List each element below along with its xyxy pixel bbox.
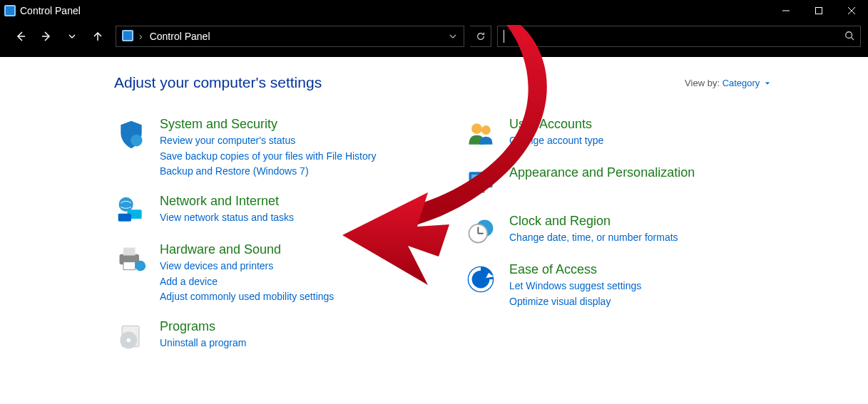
- address-icon: [122, 30, 133, 41]
- back-button[interactable]: [14, 30, 27, 43]
- category-link[interactable]: View devices and printers: [160, 259, 334, 274]
- monitor-icon: [464, 165, 498, 200]
- svg-line-8: [852, 37, 854, 40]
- recent-locations-dropdown[interactable]: [66, 30, 78, 43]
- category-title[interactable]: Programs: [160, 319, 246, 334]
- svg-point-19: [127, 338, 131, 343]
- address-path: Control Panel: [148, 31, 442, 42]
- category-network-and-internet: Network and Internet View network status…: [114, 194, 435, 228]
- category-link[interactable]: Save backup copies of your files with Fi…: [160, 149, 376, 165]
- content-area: Adjust your computer's settings View by:…: [0, 57, 868, 404]
- svg-point-10: [119, 197, 133, 212]
- refresh-button[interactable]: [470, 26, 491, 47]
- nav-bar: › Control Panel: [0, 21, 868, 57]
- clock-globe-icon: [464, 214, 498, 248]
- category-appearance-and-personalization: Appearance and Personalization: [464, 165, 785, 200]
- svg-point-16: [136, 261, 146, 271]
- category-link[interactable]: Let Windows suggest settings: [509, 279, 641, 294]
- maximize-button[interactable]: [802, 0, 835, 21]
- category-link[interactable]: Optimize visual display: [509, 294, 641, 310]
- category-link[interactable]: Change account type: [509, 133, 603, 149]
- category-link[interactable]: Add a device: [160, 274, 334, 290]
- page-title: Adjust your computer's settings: [114, 74, 322, 91]
- category-title[interactable]: Appearance and Personalization: [509, 165, 695, 180]
- category-column-left: System and Security Review your computer…: [114, 117, 435, 368]
- svg-rect-24: [477, 189, 485, 193]
- view-by-dropdown[interactable]: Category: [723, 78, 770, 88]
- category-clock-and-region: Clock and Region Change date, time, or n…: [464, 214, 785, 248]
- category-ease-of-access: Ease of Access Let Windows suggest setti…: [464, 262, 785, 309]
- category-link[interactable]: Uninstall a program: [160, 336, 246, 351]
- app-icon: [4, 5, 16, 16]
- svg-point-9: [131, 135, 143, 147]
- category-system-and-security: System and Security Review your computer…: [114, 117, 435, 180]
- category-title[interactable]: Ease of Access: [509, 262, 641, 277]
- ease-of-access-icon: [464, 262, 498, 296]
- svg-rect-15: [123, 262, 136, 270]
- shield-icon: [114, 117, 148, 151]
- category-title[interactable]: User Accounts: [509, 117, 603, 132]
- network-globe-icon: [114, 194, 148, 228]
- svg-rect-12: [118, 214, 131, 222]
- svg-rect-1: [816, 8, 822, 14]
- users-icon: [464, 117, 498, 151]
- category-programs: Programs Uninstall a program: [114, 319, 435, 353]
- up-button[interactable]: [91, 30, 104, 43]
- svg-point-20: [471, 123, 482, 134]
- search-icon: [844, 31, 854, 43]
- address-dropdown-icon[interactable]: [442, 31, 464, 42]
- minimize-button[interactable]: [770, 0, 802, 21]
- category-title[interactable]: Hardware and Sound: [160, 242, 334, 257]
- svg-point-21: [481, 125, 491, 135]
- address-chevron-icon: ›: [139, 31, 143, 42]
- category-title[interactable]: System and Security: [160, 117, 376, 132]
- category-link[interactable]: Backup and Restore (Windows 7): [160, 164, 376, 180]
- category-link[interactable]: Review your computer's status: [160, 133, 376, 149]
- text-cursor: [504, 30, 504, 43]
- printer-icon: [114, 242, 148, 276]
- svg-rect-23: [471, 175, 490, 185]
- svg-rect-14: [123, 248, 136, 256]
- category-link[interactable]: Adjust commonly used mobility settings: [160, 289, 334, 305]
- category-title[interactable]: Clock and Region: [509, 214, 678, 229]
- close-button[interactable]: [835, 0, 868, 21]
- title-bar: Control Panel: [0, 0, 868, 21]
- category-link[interactable]: Change date, time, or number formats: [509, 230, 678, 246]
- search-input[interactable]: [497, 26, 861, 47]
- disc-box-icon: [114, 319, 148, 353]
- window-title: Control Panel: [20, 5, 81, 16]
- view-by: View by: Category: [685, 78, 770, 88]
- address-bar[interactable]: › Control Panel: [116, 26, 464, 47]
- category-column-right: User Accounts Change account type Appear…: [464, 117, 785, 368]
- category-link[interactable]: View network status and tasks: [160, 210, 294, 226]
- category-user-accounts: User Accounts Change account type: [464, 117, 785, 151]
- category-title[interactable]: Network and Internet: [160, 194, 294, 209]
- forward-button[interactable]: [40, 30, 53, 43]
- view-by-label: View by:: [685, 78, 720, 88]
- category-hardware-and-sound: Hardware and Sound View devices and prin…: [114, 242, 435, 305]
- svg-point-7: [846, 31, 852, 38]
